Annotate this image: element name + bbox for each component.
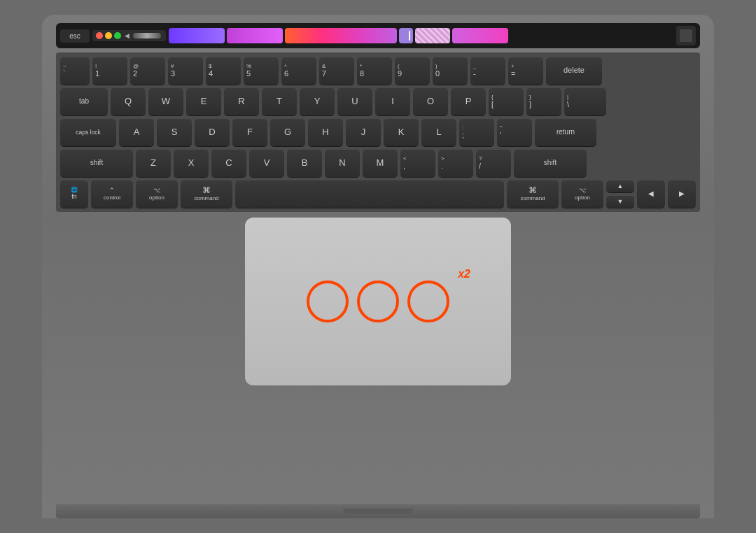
key-shift-left[interactable]: shift (60, 149, 133, 177)
tb-segment-5 (415, 28, 450, 43)
key-o[interactable]: O (413, 87, 448, 115)
window-controls: ◀ (92, 30, 166, 41)
key-t[interactable]: T (262, 87, 297, 115)
key-n[interactable]: N (325, 149, 360, 177)
expand-dot (114, 32, 121, 39)
esc-key[interactable]: esc (60, 29, 90, 43)
close-dot (96, 32, 103, 39)
key-6[interactable]: ^ 6 (281, 57, 316, 85)
key-j[interactable]: J (346, 118, 381, 146)
key-fn[interactable]: 🌐 fn (60, 180, 88, 208)
key-lbracket[interactable]: { [ (489, 87, 524, 115)
key-quote[interactable]: " ' (497, 118, 532, 146)
triple-tap-indicator: x2 (307, 280, 449, 322)
keyboard: ~ ` ! 1 @ 2 # 3 $ 4 % 5 (56, 52, 700, 212)
key-slash[interactable]: ? / (476, 149, 511, 177)
key-3[interactable]: # 3 (168, 57, 203, 85)
qwerty-row: tab Q W E R T Y U I O P { [ } ] | \ (60, 87, 696, 115)
key-z[interactable]: Z (136, 149, 171, 177)
key-tilde[interactable]: ~ ` (60, 57, 90, 85)
key-y[interactable]: Y (300, 87, 335, 115)
volume-slider[interactable] (133, 33, 161, 38)
key-r[interactable]: R (224, 87, 259, 115)
key-option-right[interactable]: ⌥ option (561, 180, 603, 208)
key-d[interactable]: D (195, 118, 230, 146)
key-tab[interactable]: tab (60, 87, 108, 115)
key-command-right[interactable]: ⌘ command (507, 180, 559, 208)
arrow-keys-vertical: ▲ ▼ (606, 180, 634, 208)
key-v[interactable]: V (249, 149, 284, 177)
key-8[interactable]: * 8 (357, 57, 392, 85)
key-9[interactable]: ( 9 (395, 57, 430, 85)
minimize-dot (105, 32, 112, 39)
key-g[interactable]: G (270, 118, 305, 146)
key-u[interactable]: U (337, 87, 372, 115)
key-semicolon[interactable]: : ; (459, 118, 494, 146)
key-shift-right[interactable]: shift (514, 149, 587, 177)
key-c[interactable]: C (211, 149, 246, 177)
trackpad-area: x2 (56, 218, 700, 504)
chin-notch (343, 509, 413, 514)
power-button-inner (680, 29, 692, 42)
key-comma[interactable]: < , (400, 149, 435, 177)
key-caps-lock[interactable]: caps lock (60, 118, 116, 146)
tb-segment-2 (227, 28, 283, 43)
tap-circle-3 (407, 280, 449, 322)
volume-icon: ◀ (125, 32, 130, 39)
touch-bar: esc ◀ (56, 23, 700, 48)
key-delete[interactable]: delete (546, 57, 602, 85)
key-a[interactable]: A (119, 118, 154, 146)
modifier-row: 🌐 fn ⌃ control ⌥ option ⌘ command ⌘ comm… (60, 180, 696, 208)
tap-circle-1 (307, 280, 349, 322)
key-h[interactable]: H (308, 118, 343, 146)
key-command-left[interactable]: ⌘ command (181, 180, 232, 208)
key-x[interactable]: X (174, 149, 209, 177)
multiplier-badge: x2 (458, 268, 470, 280)
key-s[interactable]: S (157, 118, 192, 146)
key-0[interactable]: ) 0 (433, 57, 468, 85)
key-m[interactable]: M (363, 149, 398, 177)
key-control[interactable]: ⌃ control (91, 180, 133, 208)
tb-segment-6 (452, 28, 508, 43)
key-minus[interactable]: _ - (470, 57, 505, 85)
key-1[interactable]: ! 1 (92, 57, 127, 85)
number-row: ~ ` ! 1 @ 2 # 3 $ 4 % 5 (60, 57, 696, 85)
key-equals[interactable]: + = (508, 57, 543, 85)
key-option-left[interactable]: ⌥ option (136, 180, 178, 208)
key-arrow-up[interactable]: ▲ (606, 180, 634, 192)
trackpad[interactable]: x2 (245, 218, 511, 385)
key-p[interactable]: P (451, 87, 486, 115)
key-f[interactable]: F (232, 118, 267, 146)
key-space[interactable] (235, 180, 504, 208)
key-rbracket[interactable]: } ] (526, 87, 561, 115)
key-i[interactable]: I (375, 87, 410, 115)
key-q[interactable]: Q (111, 87, 146, 115)
key-arrow-down[interactable]: ▼ (606, 195, 634, 208)
tb-segment-3 (285, 28, 397, 43)
key-b[interactable]: B (287, 149, 322, 177)
asdf-row: caps lock A S D F G H J K L : ; " ' retu… (60, 118, 696, 146)
key-period[interactable]: > . (438, 149, 473, 177)
power-button[interactable] (676, 26, 696, 45)
key-2[interactable]: @ 2 (130, 57, 165, 85)
zxcv-row: shift Z X C V B N M < , > . ? / shift (60, 149, 696, 177)
touchbar-slider-area (169, 27, 673, 44)
laptop-chin (56, 504, 700, 518)
tb-segment-1 (169, 28, 225, 43)
key-5[interactable]: % 5 (244, 57, 279, 85)
tb-segment-4 (399, 28, 413, 43)
laptop-body: esc ◀ ~ ` ! 1 (42, 15, 714, 518)
key-backslash[interactable]: | \ (564, 87, 606, 115)
key-4[interactable]: $ 4 (206, 57, 241, 85)
key-arrow-right[interactable]: ▶ (668, 180, 696, 208)
key-w[interactable]: W (148, 87, 183, 115)
key-return[interactable]: return (535, 118, 596, 146)
key-k[interactable]: K (384, 118, 419, 146)
key-e[interactable]: E (186, 87, 221, 115)
key-l[interactable]: L (421, 118, 456, 146)
key-7[interactable]: & 7 (319, 57, 354, 85)
key-arrow-left[interactable]: ◀ (637, 180, 665, 208)
tap-circle-2 (357, 280, 399, 322)
